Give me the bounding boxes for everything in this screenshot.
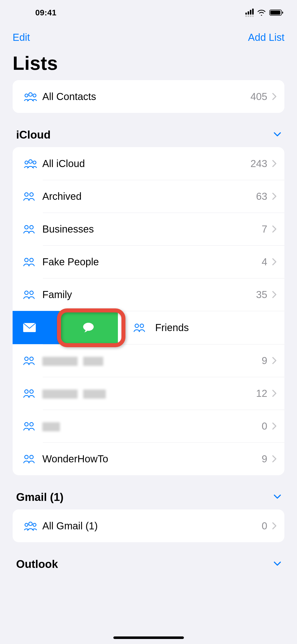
chevron-right-icon: [272, 193, 277, 200]
chevron-right-icon: [272, 226, 277, 233]
add-list-button[interactable]: Add List: [248, 32, 284, 43]
list-row[interactable]: Family 35: [13, 278, 284, 311]
list-row[interactable]: 0: [13, 410, 284, 442]
list-row[interactable]: All Gmail (1) 0: [13, 509, 284, 542]
list-row[interactable]: 9: [13, 344, 284, 377]
row-label-blurred: [42, 421, 262, 432]
list-row[interactable]: 12: [13, 377, 284, 410]
list-row[interactable]: WonderHowTo 9: [13, 442, 284, 475]
chevron-right-icon: [272, 291, 277, 298]
row-label: WonderHowTo: [42, 453, 262, 465]
swipe-action-mail[interactable]: [13, 311, 59, 344]
chevron-right-icon: [272, 455, 277, 462]
group-icon: [21, 158, 42, 169]
all-contacts-card: All Contacts 405: [13, 80, 284, 113]
group-icon: [21, 388, 42, 399]
group-icon: [21, 289, 42, 300]
row-label-blurred: [42, 355, 262, 366]
row-count: 4: [262, 256, 267, 268]
row-count: 405: [250, 91, 267, 102]
status-indicators: [245, 9, 282, 17]
row-label-blurred: [42, 388, 256, 399]
icloud-card: All iCloud 243 Archived 63 Businesses 7 …: [13, 147, 284, 475]
chevron-right-icon: [272, 390, 277, 397]
group-icon: [21, 355, 42, 366]
section-title: Outlook: [16, 558, 58, 570]
row-count: 9: [262, 453, 267, 465]
swipe-actions: [13, 311, 118, 344]
group-icon: [21, 520, 42, 531]
chevron-right-icon: [272, 423, 277, 430]
row-label: Family: [42, 289, 256, 300]
swipe-action-message[interactable]: [59, 311, 118, 344]
chevron-right-icon: [272, 160, 277, 167]
section-title: Gmail (1): [16, 491, 63, 503]
row-count: 7: [262, 223, 267, 235]
status-bar: 09:41: [0, 0, 297, 25]
section-header-icloud[interactable]: iCloud: [13, 113, 284, 147]
list-row[interactable]: Archived 63: [13, 180, 284, 213]
chevron-right-icon: [272, 93, 277, 100]
group-icon: [21, 223, 42, 235]
group-icon: [131, 322, 148, 333]
list-row-friends-swiped[interactable]: Friends: [13, 311, 284, 344]
section-header-outlook[interactable]: Outlook: [13, 542, 284, 572]
row-count: 0: [262, 520, 267, 532]
chevron-right-icon: [272, 258, 277, 265]
row-count: 12: [256, 388, 268, 399]
row-label: All iCloud: [42, 158, 250, 169]
row-label: Fake People: [42, 256, 262, 268]
group-icon: [21, 91, 42, 102]
row-count: 243: [250, 158, 267, 169]
list-row[interactable]: Businesses 7: [13, 213, 284, 245]
edit-button[interactable]: Edit: [13, 32, 30, 43]
gmail-card: All Gmail (1) 0: [13, 509, 284, 542]
home-indicator[interactable]: [113, 636, 184, 639]
row-count: 35: [256, 289, 268, 300]
row-label: Friends: [155, 322, 189, 333]
page-title: Lists: [0, 45, 297, 80]
message-icon: [83, 322, 94, 333]
list-row-all-contacts[interactable]: All Contacts 405: [13, 80, 284, 113]
section-title: iCloud: [16, 128, 51, 141]
mail-icon: [23, 323, 36, 332]
group-icon: [21, 191, 42, 202]
chevron-down-icon: [274, 132, 281, 138]
svg-point-6: [83, 323, 94, 331]
chevron-down-icon: [274, 494, 281, 500]
status-time: 09:41: [35, 8, 56, 17]
group-icon: [21, 256, 42, 267]
row-count: 63: [256, 191, 268, 202]
list-row[interactable]: Fake People 4: [13, 245, 284, 278]
row-label: Businesses: [42, 223, 262, 235]
row-count: 9: [262, 355, 267, 366]
nav-bar: Edit Add List: [0, 25, 297, 45]
group-icon: [21, 421, 42, 432]
chevron-right-icon: [272, 357, 277, 364]
list-row[interactable]: All iCloud 243: [13, 147, 284, 180]
battery-icon: [269, 10, 282, 16]
group-icon: [21, 453, 42, 464]
row-label: Archived: [42, 191, 256, 202]
chevron-right-icon: [272, 522, 277, 529]
chevron-down-icon: [274, 561, 281, 567]
row-count: 0: [262, 421, 267, 432]
row-label: All Contacts: [42, 91, 250, 102]
section-header-gmail[interactable]: Gmail (1): [13, 475, 284, 509]
row-label: All Gmail (1): [42, 520, 262, 532]
wifi-icon: [257, 10, 266, 16]
cellular-icon: [245, 9, 254, 17]
